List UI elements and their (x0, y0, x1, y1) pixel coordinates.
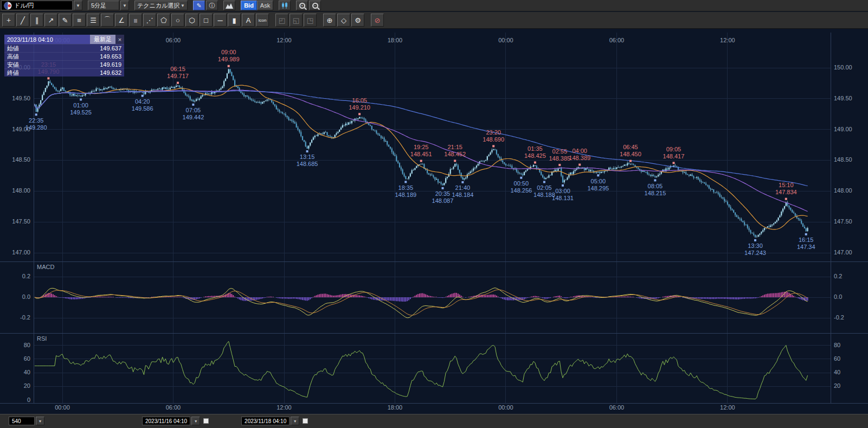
pair-flag-icon (4, 2, 12, 10)
drawing-toolbar: ＋╱∥↗✎≡☰⌒∠|||⋰⬠○⬡□─▮Aicon◰◱◳⊕◇⚙⊘ (0, 12, 868, 29)
range-to-dropdown[interactable]: ▼ (291, 417, 299, 425)
tool-parallel-channel-button[interactable]: ∥ (30, 14, 43, 27)
area-chart-icon (225, 2, 234, 9)
bar-count-dropdown[interactable]: ▼ (36, 417, 44, 425)
tool-settings-tool-button[interactable]: ⚙ (351, 14, 364, 27)
technical-label: テクニカル選択 (137, 2, 179, 10)
vertical-band-icon: ▮ (232, 16, 236, 24)
tool-icon-stamp-button[interactable]: icon (256, 14, 269, 27)
top-toolbar: ドル/円 ▼ 5分足 ▼ テクニカル選択 ▼ ✎ ⓘ (0, 0, 868, 11)
settings-tool-icon: ⚙ (355, 16, 361, 24)
crosshair-icon: ＋ (5, 15, 12, 25)
parallel-channel-icon: ∥ (35, 16, 39, 24)
tool-eraser-tool-button[interactable]: ◇ (337, 14, 350, 27)
tool-vertical-lines-button[interactable]: ||| (129, 14, 142, 27)
technical-select-button[interactable]: テクニカル選択 ▼ (134, 1, 188, 10)
currency-pair-selector[interactable]: ドル/円 (1, 1, 73, 10)
horizontal-line-icon: ─ (217, 16, 222, 24)
fx-chart-app: ドル/円 ▼ 5分足 ▼ テクニカル選択 ▼ ✎ ⓘ (0, 0, 868, 428)
tool-gann-angle-button[interactable]: ∠ (115, 14, 128, 27)
zoom-in-icon: + (299, 3, 305, 9)
copy-tool-icon: ◰ (279, 16, 285, 24)
ohlc-row-high: 高値149.653 (4, 52, 124, 60)
range-from-dropdown[interactable]: ▼ (191, 417, 200, 425)
tool-duplicate-tool-button: ◱ (290, 14, 303, 27)
ohlc-panel-header[interactable]: 2023/11/18 04:10 最新足 × (4, 35, 124, 44)
tool-circle-shape-button[interactable]: ○ (171, 14, 184, 27)
trend-line-icon: ╱ (21, 16, 25, 24)
icon-stamp-icon: icon (259, 18, 267, 23)
pentagon-shape-icon: ⬠ (160, 16, 166, 24)
pair-label: ドル/円 (14, 2, 34, 10)
zoom-out-icon: − (312, 3, 318, 9)
bid-toggle-button[interactable]: Bid (241, 1, 257, 10)
tool-text-tool-button[interactable]: A (242, 14, 255, 27)
zoom-out-button[interactable]: − (309, 1, 321, 10)
bar-count-input[interactable]: 540 (9, 417, 35, 425)
tool-clear-all-tool-button[interactable]: ⊘ (371, 14, 384, 27)
gann-angle-icon: ∠ (118, 16, 125, 24)
rectangle-shape-icon: □ (204, 16, 208, 24)
rsi-pane-label: RSI (37, 335, 47, 342)
ask-toggle-button[interactable]: Ask (257, 1, 273, 10)
tool-fib-arc-button[interactable]: ⌒ (101, 14, 114, 27)
ohlc-row-low: 安値149.619 (4, 60, 124, 68)
range-to-input[interactable]: 2023/11/18 04:10 (241, 417, 290, 425)
trend-dots-icon: ⋰ (146, 16, 153, 24)
tool-vertical-band-button[interactable]: ▮ (228, 14, 241, 27)
freehand-draw-icon: ✎ (62, 16, 68, 24)
chart-canvas[interactable] (0, 0, 868, 428)
tool-horizontal-lines-button[interactable]: ☰ (87, 14, 100, 27)
tool-copy-tool-button: ◰ (275, 14, 288, 27)
tool-hexagon-shape-button[interactable]: ⬡ (185, 14, 198, 27)
bottom-range-bar: 540 ▼ 2023/11/16 04:10 ▼ 2023/11/18 04:1… (0, 414, 868, 428)
tool-rectangle-shape-button[interactable]: □ (200, 14, 213, 27)
tool-paste-tool-button: ◳ (304, 14, 317, 27)
duplicate-tool-icon: ◱ (293, 16, 299, 24)
tool-trend-dots-button[interactable]: ⋰ (143, 14, 156, 27)
latest-bar-badge: 最新足 (90, 35, 115, 44)
pair-dropdown-button[interactable]: ▼ (74, 1, 82, 10)
eraser-tool-icon: ◇ (341, 16, 346, 24)
vertical-lines-icon: ||| (134, 18, 137, 23)
zoom-area-tool-icon: ⊕ (327, 16, 333, 24)
horizontal-lines-icon: ☰ (90, 16, 97, 24)
tool-horizontal-line-button[interactable]: ─ (214, 14, 227, 27)
hexagon-shape-icon: ⬡ (189, 16, 195, 24)
timeframe-label: 5分足 (91, 2, 106, 10)
tool-ray-line-button[interactable]: ↗ (44, 14, 57, 27)
range-to-checkbox[interactable] (303, 418, 308, 424)
text-tool-icon: A (246, 16, 251, 24)
macd-pane-label: MACD (37, 264, 54, 270)
info-button[interactable]: ⓘ (206, 1, 218, 10)
fib-arc-icon: ⌒ (104, 15, 111, 25)
ohlc-row-close: 終値149.632 (4, 68, 124, 76)
ohlc-info-panel: 2023/11/18 04:10 最新足 × 始値149.637 高値149.6… (4, 35, 124, 76)
tool-zoom-area-tool-button[interactable]: ⊕ (323, 14, 336, 27)
paste-tool-icon: ◳ (307, 16, 313, 24)
candlestick-icon (281, 2, 288, 9)
close-icon[interactable]: × (115, 35, 124, 44)
caret-down-icon: ▼ (76, 3, 80, 8)
range-from-checkbox[interactable] (203, 418, 209, 424)
circle-shape-icon: ○ (176, 16, 180, 24)
caret-down-icon: ▼ (181, 3, 185, 8)
ohlc-datetime: 2023/11/18 04:10 (4, 36, 90, 43)
timeframe-dropdown-button[interactable]: ▼ (120, 1, 129, 10)
draw-mode-button[interactable]: ✎ (193, 1, 205, 10)
range-from-input[interactable]: 2023/11/16 04:10 (142, 417, 190, 425)
clear-all-tool-icon: ⊘ (375, 16, 381, 24)
zoom-in-button[interactable]: + (296, 1, 308, 10)
ray-line-icon: ↗ (48, 16, 54, 24)
ohlc-row-open: 始値149.637 (4, 44, 124, 52)
tool-fib-retracement-button[interactable]: ≡ (73, 14, 86, 27)
tool-pentagon-shape-button[interactable]: ⬠ (157, 14, 170, 27)
area-chart-button[interactable] (223, 1, 235, 10)
tool-crosshair-button[interactable]: ＋ (2, 14, 15, 27)
timeframe-selector[interactable]: 5分足 (88, 1, 119, 10)
fib-retracement-icon: ≡ (77, 16, 81, 24)
candle-chart-button[interactable] (279, 1, 291, 10)
tool-freehand-draw-button[interactable]: ✎ (59, 14, 72, 27)
info-icon: ⓘ (209, 2, 215, 10)
tool-trend-line-button[interactable]: ╱ (16, 14, 29, 27)
